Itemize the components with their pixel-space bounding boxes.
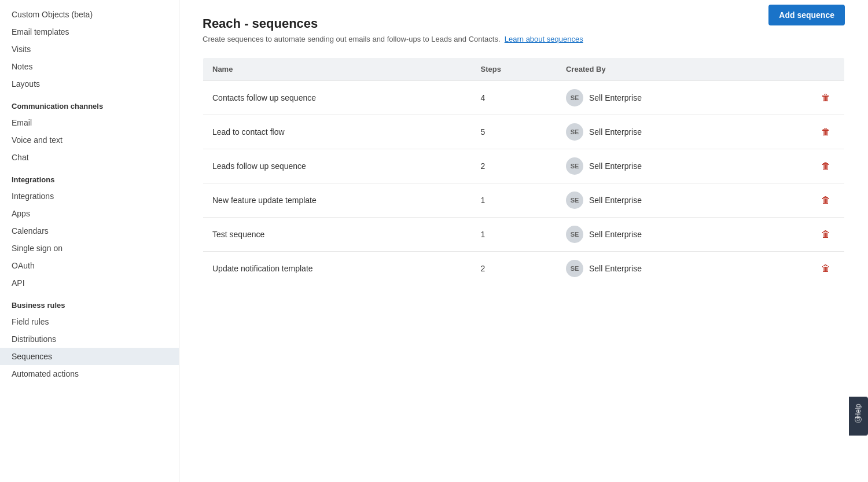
avatar: SE [566,260,583,277]
sequence-created-by: SESell Enterprise [557,252,763,286]
sidebar-item-layouts[interactable]: Layouts [0,75,179,93]
sidebar-item-single-sign-on[interactable]: Single sign on [0,240,179,257]
help-icon: ⓒ [854,422,863,429]
creator-name: Sell Enterprise [589,93,642,102]
sidebar-item-automated-actions[interactable]: Automated actions [0,365,179,382]
sequence-created-by: SESell Enterprise [557,149,763,183]
page-title: Reach - sequences [203,16,845,31]
delete-sequence-button[interactable]: 🗑 [816,124,835,139]
sequence-steps: 5 [472,115,557,149]
help-label: Help [855,404,863,418]
sequence-name: Leads follow up sequence [203,149,472,183]
sidebar-item-email-templates[interactable]: Email templates [0,23,179,41]
sequence-created-by: SESell Enterprise [557,218,763,252]
sequence-created-by: SESell Enterprise [557,183,763,218]
sequence-name: Update notification template [203,252,472,286]
sidebar-item-visits[interactable]: Visits [0,41,179,58]
avatar: SE [566,192,583,209]
creator-name: Sell Enterprise [589,230,642,239]
col-actions [763,58,844,81]
sidebar-item-oauth[interactable]: OAuth [0,257,179,274]
sidebar-item-api[interactable]: API [0,274,179,292]
sidebar-item-integrations[interactable]: Integrations [0,187,179,205]
sequence-name: Test sequence [203,218,472,252]
sequences-table: Name Steps Created By Contacts follow up… [203,57,845,286]
sidebar-section-communication-channels: Communication channels [0,93,179,114]
delete-sequence-button[interactable]: 🗑 [816,193,835,208]
sidebar-item-notes[interactable]: Notes [0,58,179,75]
sidebar-item-calendars[interactable]: Calendars [0,222,179,240]
sidebar-item-sequences[interactable]: Sequences [0,348,179,365]
col-steps: Steps [472,58,557,81]
sequence-steps: 2 [472,149,557,183]
sequence-created-by: SESell Enterprise [557,115,763,149]
col-created-by: Created By [557,58,763,81]
table-row: Lead to contact flow5SESell Enterprise🗑 [203,115,845,149]
sequence-created-by: SESell Enterprise [557,81,763,115]
learn-link[interactable]: Learn about sequences [505,35,583,43]
sequence-steps: 4 [472,81,557,115]
delete-sequence-button[interactable]: 🗑 [816,90,835,105]
creator-name: Sell Enterprise [589,161,642,171]
sidebar-item-field-rules[interactable]: Field rules [0,313,179,330]
page-description: Create sequences to automate sending out… [203,35,845,43]
col-name: Name [203,58,472,81]
table-row: Update notification template2SESell Ente… [203,252,845,286]
sequence-name: Lead to contact flow [203,115,472,149]
creator-name: Sell Enterprise [589,127,642,137]
sequence-name: Contacts follow up sequence [203,81,472,115]
sidebar-item-custom-objects[interactable]: Custom Objects (beta) [0,6,179,23]
delete-sequence-button[interactable]: 🗑 [816,227,835,242]
avatar: SE [566,226,583,243]
table-row: Contacts follow up sequence4SESell Enter… [203,81,845,115]
avatar: SE [566,157,583,175]
sidebar-section-business-rules: Business rules [0,292,179,313]
creator-name: Sell Enterprise [589,196,642,205]
sequence-steps: 1 [472,218,557,252]
creator-name: Sell Enterprise [589,264,642,273]
help-button[interactable]: ⓒ Help [849,397,868,436]
sidebar-item-apps[interactable]: Apps [0,205,179,222]
add-sequence-button[interactable]: Add sequence [768,5,845,25]
table-row: Leads follow up sequence2SESell Enterpri… [203,149,845,183]
avatar: SE [566,123,583,141]
sidebar: Custom Objects (beta)Email templatesVisi… [0,0,179,482]
table-header-row: Name Steps Created By [203,58,845,81]
sidebar-item-email[interactable]: Email [0,114,179,131]
sequence-steps: 1 [472,183,557,218]
avatar: SE [566,89,583,106]
table-row: New feature update template1SESell Enter… [203,183,845,218]
main-content: Reach - sequences Add sequence Create se… [179,0,868,482]
delete-sequence-button[interactable]: 🗑 [816,261,835,276]
sequence-name: New feature update template [203,183,472,218]
page-description-text: Create sequences to automate sending out… [203,35,501,43]
sidebar-item-chat[interactable]: Chat [0,149,179,166]
table-row: Test sequence1SESell Enterprise🗑 [203,218,845,252]
sidebar-item-distributions[interactable]: Distributions [0,330,179,348]
delete-sequence-button[interactable]: 🗑 [816,159,835,174]
sidebar-item-voice-and-text[interactable]: Voice and text [0,131,179,149]
sequence-steps: 2 [472,252,557,286]
sidebar-section-integrations: Integrations [0,166,179,187]
